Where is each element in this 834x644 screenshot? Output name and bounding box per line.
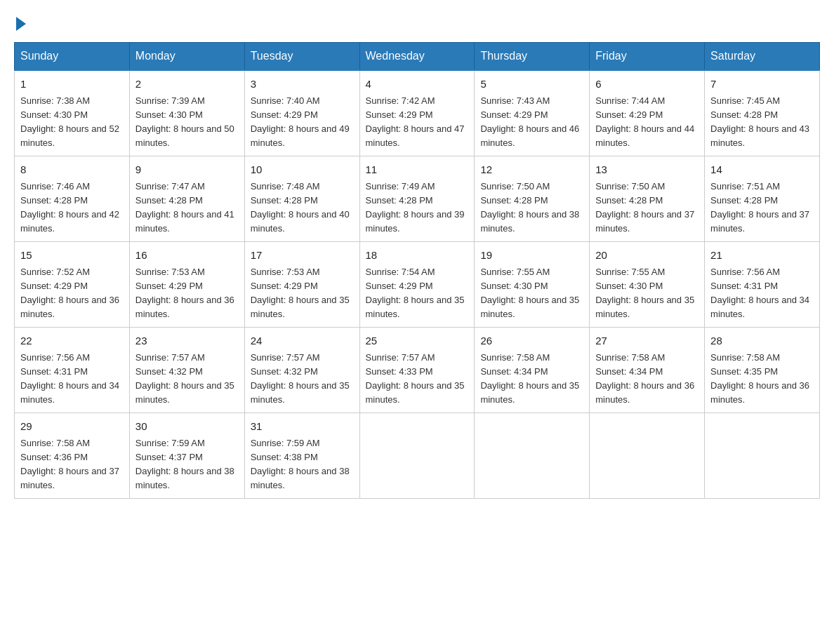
day-number: 6 (595, 76, 699, 93)
day-number: 30 (135, 419, 239, 435)
calendar-cell: 10Sunrise: 7:48 AMSunset: 4:28 PMDayligh… (244, 156, 359, 242)
day-number: 16 (135, 248, 239, 264)
calendar-body: 1Sunrise: 7:38 AMSunset: 4:30 PMDaylight… (15, 70, 820, 499)
calendar-week-row: 29Sunrise: 7:58 AMSunset: 4:36 PMDayligh… (15, 413, 820, 499)
calendar-cell: 18Sunrise: 7:54 AMSunset: 4:29 PMDayligh… (359, 242, 475, 328)
day-number: 18 (366, 248, 469, 264)
day-info: Sunrise: 7:52 AMSunset: 4:29 PMDaylight:… (20, 265, 124, 322)
day-info: Sunrise: 7:38 AMSunset: 4:30 PMDaylight:… (20, 94, 124, 151)
day-number: 22 (20, 333, 124, 349)
calendar-cell: 1Sunrise: 7:38 AMSunset: 4:30 PMDaylight… (15, 70, 130, 156)
day-info: Sunrise: 7:57 AMSunset: 4:33 PMDaylight:… (366, 351, 469, 408)
calendar-day-header: Saturday (705, 43, 820, 71)
day-number: 25 (366, 333, 469, 349)
day-info: Sunrise: 7:53 AMSunset: 4:29 PMDaylight:… (251, 265, 354, 322)
calendar-week-row: 1Sunrise: 7:38 AMSunset: 4:30 PMDaylight… (15, 70, 820, 156)
day-info: Sunrise: 7:57 AMSunset: 4:32 PMDaylight:… (251, 351, 354, 408)
calendar-day-header: Tuesday (244, 43, 359, 71)
day-info: Sunrise: 7:50 AMSunset: 4:28 PMDaylight:… (480, 180, 583, 236)
calendar-cell: 8Sunrise: 7:46 AMSunset: 4:28 PMDaylight… (15, 156, 130, 242)
day-info: Sunrise: 7:39 AMSunset: 4:30 PMDaylight:… (135, 94, 239, 151)
calendar-table: SundayMondayTuesdayWednesdayThursdayFrid… (14, 42, 820, 499)
logo (14, 14, 26, 28)
calendar-cell: 16Sunrise: 7:53 AMSunset: 4:29 PMDayligh… (129, 242, 244, 328)
calendar-cell: 24Sunrise: 7:57 AMSunset: 4:32 PMDayligh… (244, 328, 359, 413)
day-info: Sunrise: 7:56 AMSunset: 4:31 PMDaylight:… (20, 351, 124, 408)
day-info: Sunrise: 7:55 AMSunset: 4:30 PMDaylight:… (595, 265, 699, 322)
day-number: 17 (251, 248, 354, 264)
logo-arrow-icon (16, 17, 26, 31)
calendar-week-row: 8Sunrise: 7:46 AMSunset: 4:28 PMDaylight… (15, 156, 820, 242)
calendar-cell: 21Sunrise: 7:56 AMSunset: 4:31 PMDayligh… (705, 242, 820, 328)
calendar-week-row: 15Sunrise: 7:52 AMSunset: 4:29 PMDayligh… (15, 242, 820, 328)
day-info: Sunrise: 7:58 AMSunset: 4:35 PMDaylight:… (710, 351, 814, 408)
day-number: 1 (20, 76, 124, 93)
calendar-day-header: Friday (590, 43, 705, 71)
day-number: 21 (710, 248, 814, 264)
day-info: Sunrise: 7:58 AMSunset: 4:36 PMDaylight:… (20, 436, 124, 493)
day-number: 31 (251, 419, 354, 435)
calendar-cell: 14Sunrise: 7:51 AMSunset: 4:28 PMDayligh… (705, 156, 820, 242)
calendar-cell (705, 413, 820, 499)
day-number: 24 (251, 333, 354, 349)
day-info: Sunrise: 7:40 AMSunset: 4:29 PMDaylight:… (251, 94, 354, 151)
calendar-cell: 30Sunrise: 7:59 AMSunset: 4:37 PMDayligh… (129, 413, 244, 499)
day-info: Sunrise: 7:59 AMSunset: 4:38 PMDaylight:… (251, 436, 354, 493)
day-number: 14 (710, 162, 814, 178)
calendar-cell: 25Sunrise: 7:57 AMSunset: 4:33 PMDayligh… (359, 328, 475, 413)
day-info: Sunrise: 7:43 AMSunset: 4:29 PMDaylight:… (480, 94, 583, 151)
day-info: Sunrise: 7:44 AMSunset: 4:29 PMDaylight:… (595, 94, 699, 151)
calendar-cell (475, 413, 590, 499)
day-number: 15 (20, 248, 124, 264)
day-number: 29 (20, 419, 124, 435)
day-number: 13 (595, 162, 699, 178)
day-info: Sunrise: 7:50 AMSunset: 4:28 PMDaylight:… (595, 180, 699, 236)
calendar-day-header: Sunday (15, 43, 130, 71)
calendar-cell (590, 413, 705, 499)
calendar-cell: 17Sunrise: 7:53 AMSunset: 4:29 PMDayligh… (244, 242, 359, 328)
day-number: 7 (710, 76, 814, 93)
day-number: 27 (595, 333, 699, 349)
calendar-day-header: Thursday (475, 43, 590, 71)
day-info: Sunrise: 7:48 AMSunset: 4:28 PMDaylight:… (251, 180, 354, 236)
calendar-cell: 12Sunrise: 7:50 AMSunset: 4:28 PMDayligh… (475, 156, 590, 242)
day-number: 10 (251, 162, 354, 178)
calendar-cell: 31Sunrise: 7:59 AMSunset: 4:38 PMDayligh… (244, 413, 359, 499)
day-info: Sunrise: 7:56 AMSunset: 4:31 PMDaylight:… (710, 265, 814, 322)
calendar-cell: 5Sunrise: 7:43 AMSunset: 4:29 PMDaylight… (475, 70, 590, 156)
day-info: Sunrise: 7:59 AMSunset: 4:37 PMDaylight:… (135, 436, 239, 493)
calendar-day-header: Monday (129, 43, 244, 71)
calendar-cell: 22Sunrise: 7:56 AMSunset: 4:31 PMDayligh… (15, 328, 130, 413)
day-number: 19 (480, 248, 583, 264)
day-number: 28 (710, 333, 814, 349)
day-info: Sunrise: 7:57 AMSunset: 4:32 PMDaylight:… (135, 351, 239, 408)
calendar-cell: 27Sunrise: 7:58 AMSunset: 4:34 PMDayligh… (590, 328, 705, 413)
calendar-cell: 20Sunrise: 7:55 AMSunset: 4:30 PMDayligh… (590, 242, 705, 328)
calendar-cell: 23Sunrise: 7:57 AMSunset: 4:32 PMDayligh… (129, 328, 244, 413)
calendar-cell (359, 413, 475, 499)
calendar-cell: 4Sunrise: 7:42 AMSunset: 4:29 PMDaylight… (359, 70, 475, 156)
calendar-cell: 2Sunrise: 7:39 AMSunset: 4:30 PMDaylight… (129, 70, 244, 156)
day-info: Sunrise: 7:55 AMSunset: 4:30 PMDaylight:… (480, 265, 583, 322)
day-info: Sunrise: 7:53 AMSunset: 4:29 PMDaylight:… (135, 265, 239, 322)
calendar-cell: 11Sunrise: 7:49 AMSunset: 4:28 PMDayligh… (359, 156, 475, 242)
day-info: Sunrise: 7:46 AMSunset: 4:28 PMDaylight:… (20, 180, 124, 236)
calendar-header-row: SundayMondayTuesdayWednesdayThursdayFrid… (15, 43, 820, 71)
day-number: 4 (366, 76, 469, 93)
calendar-cell: 7Sunrise: 7:45 AMSunset: 4:28 PMDaylight… (705, 70, 820, 156)
day-number: 2 (135, 76, 239, 93)
day-info: Sunrise: 7:49 AMSunset: 4:28 PMDaylight:… (366, 180, 469, 236)
calendar-cell: 9Sunrise: 7:47 AMSunset: 4:28 PMDaylight… (129, 156, 244, 242)
day-info: Sunrise: 7:51 AMSunset: 4:28 PMDaylight:… (710, 180, 814, 236)
day-info: Sunrise: 7:58 AMSunset: 4:34 PMDaylight:… (480, 351, 583, 408)
day-number: 20 (595, 248, 699, 264)
calendar-cell: 28Sunrise: 7:58 AMSunset: 4:35 PMDayligh… (705, 328, 820, 413)
day-number: 9 (135, 162, 239, 178)
day-number: 23 (135, 333, 239, 349)
calendar-cell: 13Sunrise: 7:50 AMSunset: 4:28 PMDayligh… (590, 156, 705, 242)
day-number: 26 (480, 333, 583, 349)
calendar-cell: 26Sunrise: 7:58 AMSunset: 4:34 PMDayligh… (475, 328, 590, 413)
day-number: 3 (251, 76, 354, 93)
calendar-cell: 19Sunrise: 7:55 AMSunset: 4:30 PMDayligh… (475, 242, 590, 328)
calendar-cell: 29Sunrise: 7:58 AMSunset: 4:36 PMDayligh… (15, 413, 130, 499)
